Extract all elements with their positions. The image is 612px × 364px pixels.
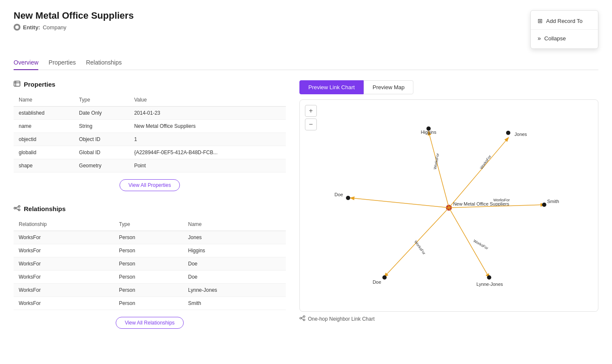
tab-overview[interactable]: Overview <box>14 56 38 70</box>
rel-name[interactable]: Jones <box>183 231 286 244</box>
jones-label: Jones <box>515 132 527 137</box>
relationships-section: Relationships Relationship Type Name Wor… <box>14 205 286 329</box>
svg-point-5 <box>18 206 20 207</box>
rel-col-type: Type <box>114 218 183 231</box>
rel-type: Person <box>114 297 183 310</box>
table-row: globalid Global ID {A228944F-0EF5-412A-B… <box>14 146 286 159</box>
edge-label-doe-bottom: WorksFor <box>413 240 426 255</box>
entity-icon <box>14 24 20 31</box>
chart-footer-icon <box>299 315 305 322</box>
tab-relationships[interactable]: Relationships <box>86 56 122 70</box>
table-row: WorksFor Person Higgins <box>14 244 286 257</box>
smith-label: Smith <box>547 199 559 204</box>
rel-name[interactable]: Lynne-Jones <box>183 284 286 297</box>
collapse-label: Collapse <box>544 35 566 42</box>
svg-line-8 <box>16 209 18 209</box>
view-all-properties-button[interactable]: View All Properties <box>120 179 180 191</box>
table-row: WorksFor Person Doe <box>14 257 286 271</box>
prop-col-value: Value <box>129 93 286 107</box>
svg-rect-1 <box>14 81 20 86</box>
rel-name[interactable]: Doe <box>183 257 286 271</box>
dropdown-menu: ⊞ Add Record To » Collapse <box>530 10 598 49</box>
collapse-item[interactable]: » Collapse <box>531 31 598 45</box>
rel-relationship[interactable]: WorksFor <box>14 284 114 297</box>
prop-name: objectid <box>14 133 74 146</box>
rel-col-relationship: Relationship <box>14 218 114 231</box>
prop-value: 2014-01-23 <box>129 107 286 120</box>
preview-map-tab[interactable]: Preview Map <box>364 80 413 94</box>
prop-col-name: Name <box>14 93 74 107</box>
properties-section: Properties Name Type Value established D… <box>14 80 286 191</box>
svg-point-6 <box>18 209 20 211</box>
svg-point-11 <box>303 319 305 321</box>
chart-container: + − New Metal Office Suppliers H <box>299 99 598 312</box>
table-row: shape Geometry Point <box>14 159 286 172</box>
rel-type: Person <box>114 257 183 271</box>
edge-label-smith: WorksFor <box>493 198 510 202</box>
svg-line-7 <box>16 207 18 208</box>
rel-name[interactable]: Higgins <box>183 244 286 257</box>
edge-doe-left <box>350 198 449 208</box>
prop-type: String <box>74 120 129 133</box>
zoom-in-button[interactable]: + <box>305 105 317 117</box>
relationships-table: Relationship Type Name WorksFor Person J… <box>14 218 286 310</box>
rel-relationship[interactable]: WorksFor <box>14 244 114 257</box>
rel-type: Person <box>114 284 183 297</box>
table-row: WorksFor Person Jones <box>14 231 286 244</box>
svg-point-9 <box>300 317 302 319</box>
smith-node <box>542 203 547 207</box>
rel-relationship[interactable]: WorksFor <box>14 257 114 271</box>
add-record-item[interactable]: ⊞ Add Record To <box>531 14 598 28</box>
edge-lynne-jones <box>449 208 490 277</box>
edge-jones <box>449 138 508 208</box>
add-record-label: Add Record To <box>546 18 583 24</box>
prop-value: {A228944F-0EF5-412A-B48D-FCB... <box>129 146 286 159</box>
svg-point-4 <box>14 207 16 209</box>
doe-left-node <box>346 196 350 200</box>
doe-left-label: Doe <box>335 192 343 197</box>
table-row: name String New Metal Office Suppliers <box>14 120 286 133</box>
view-all-relationships-button[interactable]: View All Relationships <box>116 317 183 329</box>
prop-type: Geometry <box>74 159 129 172</box>
edge-label-jones: WorksFor <box>479 154 492 170</box>
collapse-icon: » <box>538 35 541 42</box>
rel-relationship[interactable]: WorksFor <box>14 231 114 244</box>
zoom-out-button[interactable]: − <box>305 119 317 130</box>
edge-higgins <box>429 132 449 208</box>
relationships-icon <box>14 205 20 213</box>
prop-name: name <box>14 120 74 133</box>
link-chart-svg: New Metal Office Suppliers Higgins Works… <box>300 100 598 311</box>
rel-name[interactable]: Doe <box>183 271 286 284</box>
page-title: New Metal Office Suppliers <box>14 10 134 21</box>
rel-relationship[interactable]: WorksFor <box>14 271 114 284</box>
rel-type: Person <box>114 244 183 257</box>
prop-col-type: Type <box>74 93 129 107</box>
preview-tabs: Preview Link Chart Preview Map <box>299 80 598 94</box>
properties-icon <box>14 80 20 88</box>
table-row: WorksFor Person Smith <box>14 297 286 310</box>
properties-title: Properties <box>24 81 55 88</box>
table-row: WorksFor Person Lynne-Jones <box>14 284 286 297</box>
lynne-jones-node <box>487 275 491 279</box>
rel-relationship[interactable]: WorksFor <box>14 297 114 310</box>
prop-type: Date Only <box>74 107 129 120</box>
jones-node <box>506 131 510 135</box>
prop-value: Point <box>129 159 286 172</box>
prop-value: 1 <box>129 133 286 146</box>
rel-type: Person <box>114 231 183 244</box>
rel-name[interactable]: Smith <box>183 297 286 310</box>
preview-link-chart-tab[interactable]: Preview Link Chart <box>299 80 364 94</box>
rel-col-name: Name <box>183 218 286 231</box>
table-row: established Date Only 2014-01-23 <box>14 107 286 120</box>
properties-table: Name Type Value established Date Only 20… <box>14 93 286 172</box>
chart-footer-label: One-hop Neighbor Link Chart <box>308 316 375 322</box>
table-row: objectid Object ID 1 <box>14 133 286 146</box>
chart-controls: + − <box>305 105 317 130</box>
svg-point-10 <box>303 316 305 317</box>
tab-properties[interactable]: Properties <box>48 56 76 70</box>
table-row: WorksFor Person Doe <box>14 271 286 284</box>
prop-value: New Metal Office Suppliers <box>129 120 286 133</box>
entity-label: Entity: <box>23 24 40 31</box>
prop-type: Object ID <box>74 133 129 146</box>
svg-line-13 <box>302 319 303 319</box>
